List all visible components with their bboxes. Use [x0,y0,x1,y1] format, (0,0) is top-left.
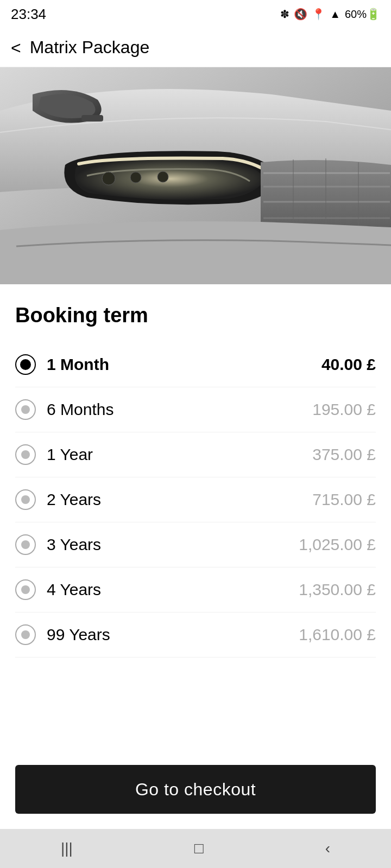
back-button[interactable]: < [11,39,21,56]
radio-3years[interactable] [15,534,36,555]
option-label-1year: 1 Year [47,445,93,464]
wifi-icon: ▲ [330,8,340,21]
option-label-4years: 4 Years [47,580,101,599]
car-image [0,67,391,284]
option-price-6months: 195.00 £ [312,400,376,419]
option-label-99years: 99 Years [47,626,110,644]
checkout-bar: Go to checkout [0,752,391,829]
booking-option-6months[interactable]: 6 Months195.00 £ [15,387,376,432]
radio-1year[interactable] [15,444,36,465]
svg-rect-1 [81,115,103,122]
nav-back-icon[interactable]: ‹ [325,840,330,857]
radio-99years[interactable] [15,624,36,645]
status-time: 23:34 [11,6,46,23]
booking-option-1year[interactable]: 1 Year375.00 £ [15,432,376,477]
nav-home-icon[interactable]: □ [194,840,204,857]
booking-option-1month[interactable]: 1 Month40.00 £ [15,342,376,387]
option-price-1year: 375.00 £ [312,445,376,464]
option-label-2years: 2 Years [47,490,101,509]
option-price-1month: 40.00 £ [321,355,376,374]
nav-menu-icon[interactable]: ||| [61,840,73,857]
header: < Matrix Package [0,28,391,67]
svg-point-4 [157,171,168,182]
option-label-1month: 1 Month [47,355,109,374]
svg-point-2 [102,172,115,185]
option-price-4years: 1,350.00 £ [299,580,376,599]
booking-option-list: 1 Month40.00 £6 Months195.00 £1 Year375.… [15,342,376,658]
content-area: Booking term 1 Month40.00 £6 Months195.0… [0,284,391,752]
booking-option-4years[interactable]: 4 Years1,350.00 £ [15,567,376,612]
booking-option-99years[interactable]: 99 Years1,610.00 £ [15,612,376,658]
page-title: Matrix Package [30,37,150,58]
radio-2years[interactable] [15,489,36,510]
option-label-6months: 6 Months [47,400,113,419]
status-bar: 23:34 ✽ 🔇 📍 ▲ 60%🔋 [0,0,391,28]
bluetooth-icon: ✽ [280,8,289,21]
svg-point-3 [130,172,141,183]
checkout-button[interactable]: Go to checkout [15,765,376,814]
radio-6months[interactable] [15,399,36,420]
sound-icon: 🔇 [294,8,307,21]
radio-1month[interactable] [15,354,36,375]
booking-option-2years[interactable]: 2 Years715.00 £ [15,477,376,522]
booking-option-3years[interactable]: 3 Years1,025.00 £ [15,522,376,567]
bottom-nav: ||| □ ‹ [0,829,391,868]
battery-label: 60%🔋 [345,8,380,21]
booking-term-title: Booking term [15,304,376,327]
option-label-3years: 3 Years [47,535,101,554]
radio-4years[interactable] [15,579,36,600]
option-price-2years: 715.00 £ [312,490,376,509]
location-icon: 📍 [312,8,325,21]
option-price-3years: 1,025.00 £ [299,535,376,554]
status-icons: ✽ 🔇 📍 ▲ 60%🔋 [280,8,380,21]
option-price-99years: 1,610.00 £ [299,626,376,644]
